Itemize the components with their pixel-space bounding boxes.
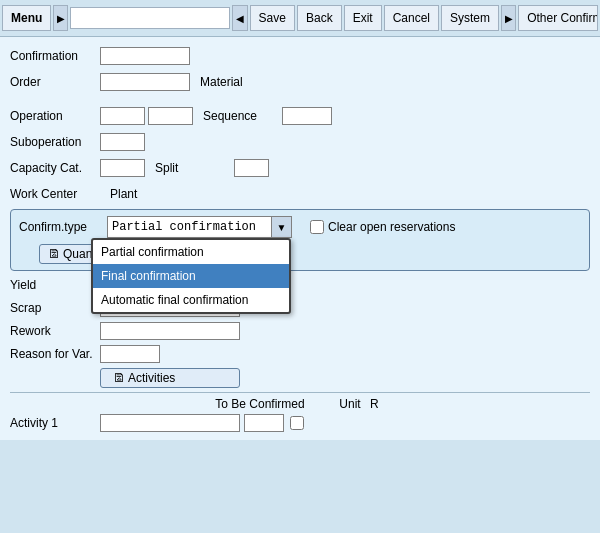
back-button[interactable]: Back: [297, 5, 342, 31]
capacity-input[interactable]: [100, 159, 145, 177]
toolbar: Menu ▶ ◀ Save Back Exit Cancel System ▶ …: [0, 0, 600, 37]
reason-row: Reason for Var.: [10, 344, 590, 364]
system-label: System: [450, 11, 490, 25]
cancel-label: Cancel: [393, 11, 430, 25]
confirm-type-value: Partial confirmation: [112, 220, 256, 234]
operation-row: Operation Sequence: [10, 105, 590, 127]
to-be-confirmed-header: To Be Confirmed: [190, 397, 330, 411]
plant-label: Plant: [110, 187, 137, 201]
dropdown-item-auto[interactable]: Automatic final confirmation: [93, 288, 289, 312]
activities-label: Activities: [128, 371, 175, 385]
save-button[interactable]: Save: [250, 5, 295, 31]
activity1-checkbox[interactable]: [290, 416, 304, 430]
work-center-label: Work Center: [10, 187, 100, 201]
r-header: R: [370, 397, 390, 411]
activity1-input[interactable]: [100, 414, 240, 432]
confirmation-input[interactable]: [100, 47, 190, 65]
order-row: Order Material: [10, 71, 590, 93]
dropdown-item-final[interactable]: Final confirmation: [93, 264, 289, 288]
bottom-header-row: To Be Confirmed Unit R: [10, 397, 590, 411]
bottom-section: To Be Confirmed Unit R Activity 1: [10, 392, 590, 432]
material-label: Material: [200, 75, 275, 89]
save-label: Save: [259, 11, 286, 25]
order-input[interactable]: [100, 73, 190, 91]
menu-arrow[interactable]: ▶: [53, 5, 68, 31]
sequence-label: Sequence: [203, 109, 278, 123]
confirm-section: Confirm.type Partial confirmation ▼ Clea…: [10, 209, 590, 271]
capacity-cat-label: Capacity Cat.: [10, 161, 100, 175]
operation-input2[interactable]: [148, 107, 193, 125]
quantities-icon: 🖺: [48, 247, 60, 261]
clear-reservations-label: Clear open reservations: [328, 220, 455, 234]
activity1-unit-input[interactable]: [244, 414, 284, 432]
suboperation-label: Suboperation: [10, 135, 100, 149]
confirmation-label: Confirmation: [10, 49, 100, 63]
operation-label: Operation: [10, 109, 100, 123]
confirm-type-box[interactable]: Partial confirmation: [107, 216, 272, 238]
confirmation-row: Confirmation: [10, 45, 590, 67]
clear-reservations-checkbox[interactable]: [310, 220, 324, 234]
main-content: Confirmation Order Material Operation Se…: [0, 37, 600, 440]
yield-label: Yield: [10, 278, 100, 292]
unit-header: Unit: [330, 397, 370, 411]
system-arrow[interactable]: ▶: [501, 5, 516, 31]
activities-icon: 🖺: [113, 371, 125, 385]
scrap-label: Scrap: [10, 301, 100, 315]
reason-label: Reason for Var.: [10, 347, 100, 361]
toolbar-nav-arrow[interactable]: ◀: [232, 5, 247, 31]
suboperation-row: Suboperation: [10, 131, 590, 153]
suboperation-input[interactable]: [100, 133, 145, 151]
confirm-type-label: Confirm.type: [19, 220, 99, 234]
split-label: Split: [155, 161, 230, 175]
confirm-type-row: Confirm.type Partial confirmation ▼ Clea…: [19, 216, 581, 238]
clear-reservations-area: Clear open reservations: [310, 220, 455, 234]
reason-input[interactable]: [100, 345, 160, 363]
workcenter-row: Work Center Plant: [10, 183, 590, 205]
activity1-row: Activity 1: [10, 414, 590, 432]
menu-label: Menu: [11, 11, 42, 25]
system-button[interactable]: System: [441, 5, 499, 31]
split-input[interactable]: [234, 159, 269, 177]
confirm-type-dropdown-arrow[interactable]: ▼: [272, 216, 292, 238]
rework-row: Rework: [10, 321, 590, 341]
activities-button[interactable]: 🖺 Activities: [100, 368, 240, 388]
exit-button[interactable]: Exit: [344, 5, 382, 31]
rework-label: Rework: [10, 324, 100, 338]
menu-button[interactable]: Menu: [2, 5, 51, 31]
order-label: Order: [10, 75, 100, 89]
dropdown-item-partial[interactable]: Partial confirmation: [93, 240, 289, 264]
exit-label: Exit: [353, 11, 373, 25]
other-confirm-label: Other Confirm: [527, 11, 598, 25]
capacity-row: Capacity Cat. Split: [10, 157, 590, 179]
confirm-type-dropdown: Partial confirmation Final confirmation …: [91, 238, 291, 314]
cancel-button[interactable]: Cancel: [384, 5, 439, 31]
operation-input1[interactable]: [100, 107, 145, 125]
rework-input[interactable]: [100, 322, 240, 340]
confirm-type-select[interactable]: Partial confirmation ▼: [107, 216, 292, 238]
toolbar-search-input[interactable]: [70, 7, 230, 29]
sequence-input[interactable]: [282, 107, 332, 125]
activity1-label: Activity 1: [10, 416, 100, 430]
other-confirm-button[interactable]: Other Confirm: [518, 5, 598, 31]
back-label: Back: [306, 11, 333, 25]
